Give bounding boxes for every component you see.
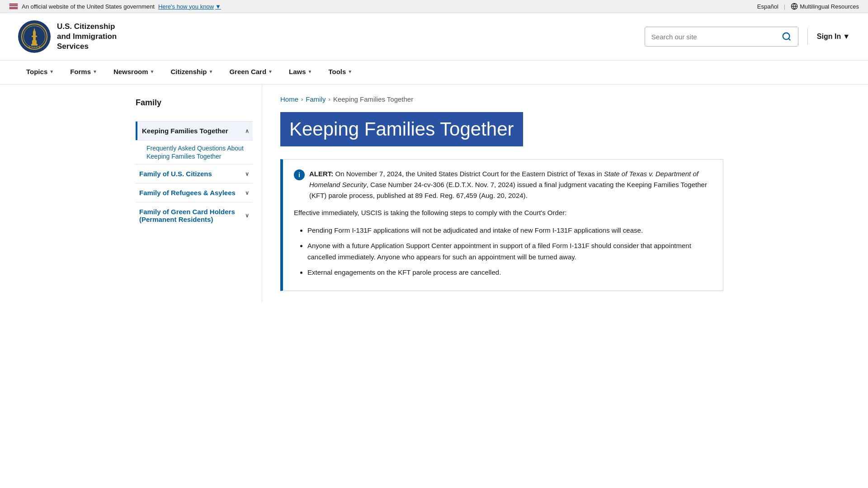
breadcrumb: Home › Family › Keeping Families Togethe… bbox=[280, 95, 723, 103]
breadcrumb-current: Keeping Families Together bbox=[333, 95, 413, 103]
alert-label: ALERT: bbox=[309, 170, 333, 178]
svg-rect-5 bbox=[32, 36, 37, 37]
svg-line-11 bbox=[788, 38, 790, 40]
globe-icon bbox=[791, 3, 798, 10]
nav-topics[interactable]: Topics ▼ bbox=[18, 61, 62, 84]
alert-bullet-1: Pending Form I-131F applications will no… bbox=[307, 225, 712, 236]
alert-body-text: ALERT: On November 7, 2024, the United S… bbox=[309, 169, 712, 201]
alert-effective-text: Effective immediately, USCIS is taking t… bbox=[294, 207, 712, 218]
breadcrumb-sep-2: › bbox=[329, 96, 330, 103]
citizenship-chevron-icon: ▼ bbox=[209, 69, 213, 74]
liberty-seal-svg: ★ ★ ★ ★ ★ bbox=[21, 23, 48, 50]
nav-forms[interactable]: Forms ▼ bbox=[62, 61, 105, 84]
header-divider bbox=[807, 28, 808, 45]
sidebar-item-keeping-families: Keeping Families Together ∧ Frequently A… bbox=[136, 121, 253, 164]
sidebar-link-green-card-holders[interactable]: Family of Green Card Holders (Permanent … bbox=[136, 202, 253, 229]
sidebar: Family Keeping Families Together ∧ Frequ… bbox=[118, 84, 262, 302]
svg-point-10 bbox=[783, 33, 790, 40]
site-logo[interactable]: ★ ★ ★ ★ ★ U.S. Citizenship and Immigrati… bbox=[18, 20, 117, 53]
search-icon bbox=[782, 32, 792, 42]
greencard-chevron-icon: ▼ bbox=[268, 69, 273, 74]
alert-bullets: Pending Form I-131F applications will no… bbox=[294, 225, 712, 278]
search-button[interactable] bbox=[775, 27, 798, 46]
sidebar-link-us-citizens[interactable]: Family of U.S. Citizens ∨ bbox=[136, 164, 253, 183]
gov-banner-left: An official website of the United States… bbox=[9, 3, 221, 10]
svg-rect-7 bbox=[32, 40, 37, 44]
sidebar-title: Family bbox=[136, 98, 253, 112]
us-citizens-chevron-icon: ∨ bbox=[245, 171, 249, 177]
heres-how-link[interactable]: Here's how you know ▼ bbox=[158, 3, 221, 10]
keeping-families-chevron-icon: ∧ bbox=[245, 128, 249, 134]
multilingual-resources-link[interactable]: Multilingual Resources bbox=[791, 3, 859, 10]
sidebar-item-green-card-holders: Family of Green Card Holders (Permanent … bbox=[136, 202, 253, 229]
uscis-logo-image: ★ ★ ★ ★ ★ bbox=[18, 20, 51, 53]
main-content: Home › Family › Keeping Families Togethe… bbox=[262, 84, 750, 302]
page-title: Keeping Families Together bbox=[280, 112, 523, 146]
sidebar-nav: Keeping Families Together ∧ Frequently A… bbox=[136, 121, 253, 229]
breadcrumb-sep-1: › bbox=[301, 96, 303, 103]
us-flag-icon bbox=[9, 3, 18, 9]
gov-banner-right: Español | Multilingual Resources bbox=[757, 3, 859, 10]
topics-chevron-icon: ▼ bbox=[49, 69, 54, 74]
logo-text: U.S. Citizenship and Immigration Service… bbox=[57, 22, 117, 52]
sidebar-sub-link-faq[interactable]: Frequently Asked Questions About Keeping… bbox=[146, 145, 244, 160]
official-text: An official website of the United States… bbox=[22, 3, 155, 10]
header-right: Sign In ▼ bbox=[645, 27, 850, 47]
sidebar-item-us-citizens: Family of U.S. Citizens ∨ bbox=[136, 164, 253, 183]
breadcrumb-family[interactable]: Family bbox=[306, 95, 326, 103]
green-card-holders-chevron-icon: ∨ bbox=[245, 212, 249, 219]
alert-body-content: On November 7, 2024, the United States D… bbox=[309, 170, 707, 199]
main-nav: Topics ▼ Forms ▼ Newsroom ▼ Citizenship … bbox=[0, 61, 868, 84]
nav-citizenship[interactable]: Citizenship ▼ bbox=[162, 61, 221, 84]
sidebar-item-refugees: Family of Refugees & Asylees ∨ bbox=[136, 183, 253, 202]
divider: | bbox=[784, 3, 785, 10]
tools-chevron-icon: ▼ bbox=[348, 69, 352, 74]
newsroom-chevron-icon: ▼ bbox=[150, 69, 155, 74]
nav-laws[interactable]: Laws ▼ bbox=[281, 61, 320, 84]
alert-bullet-2: Anyone with a future Application Support… bbox=[307, 240, 712, 263]
nav-green-card[interactable]: Green Card ▼ bbox=[221, 61, 281, 84]
site-header: ★ ★ ★ ★ ★ U.S. Citizenship and Immigrati… bbox=[0, 13, 868, 61]
nav-tools[interactable]: Tools ▼ bbox=[320, 61, 360, 84]
sidebar-link-keeping-families[interactable]: Keeping Families Together ∧ bbox=[136, 122, 253, 140]
page-layout: Family Keeping Families Together ∧ Frequ… bbox=[118, 84, 750, 320]
breadcrumb-home[interactable]: Home bbox=[280, 95, 298, 103]
chevron-down-icon: ▼ bbox=[215, 3, 221, 10]
sign-in-button[interactable]: Sign In ▼ bbox=[817, 33, 850, 41]
alert-info-icon: i bbox=[294, 169, 305, 180]
nav-newsroom[interactable]: Newsroom ▼ bbox=[105, 61, 163, 84]
gov-banner: An official website of the United States… bbox=[0, 0, 868, 13]
alert-header: i ALERT: On November 7, 2024, the United… bbox=[294, 169, 712, 201]
espanol-link[interactable]: Español bbox=[757, 3, 778, 10]
search-input[interactable] bbox=[645, 28, 775, 45]
sidebar-link-refugees[interactable]: Family of Refugees & Asylees ∨ bbox=[136, 183, 253, 202]
refugees-chevron-icon: ∨ bbox=[245, 190, 249, 196]
search-box bbox=[645, 27, 798, 47]
laws-chevron-icon: ▼ bbox=[308, 69, 312, 74]
alert-bullet-3: External engagements on the KFT parole p… bbox=[307, 267, 712, 278]
sidebar-sub-item-faq: Frequently Asked Questions About Keeping… bbox=[136, 140, 253, 164]
dropdown-arrow-icon: ▼ bbox=[843, 33, 850, 41]
alert-box: i ALERT: On November 7, 2024, the United… bbox=[280, 159, 723, 291]
forms-chevron-icon: ▼ bbox=[93, 69, 97, 74]
svg-text:★ ★ ★ ★ ★: ★ ★ ★ ★ ★ bbox=[28, 46, 41, 48]
